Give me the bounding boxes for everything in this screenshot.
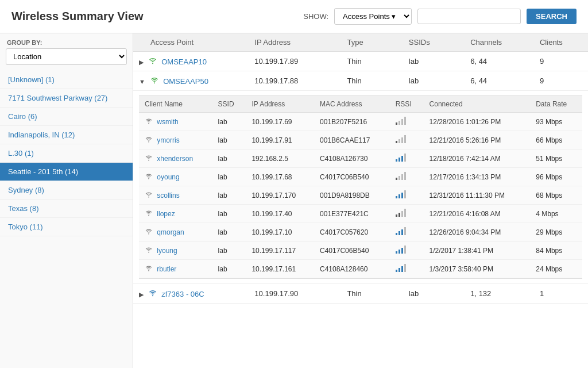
client-rate: 68 Mbps [530,186,582,205]
ssids-cell: lab [403,284,465,304]
sidebar-item-seattle[interactable]: Seattle - 201 5th (14) [0,163,133,181]
client-wifi-icon [145,210,154,218]
table-row: ▶ zf7363 - 06C 10.199.17.90 Thin lab 1, … [133,284,588,304]
client-mac: C4108A126730 [314,150,390,168]
search-button[interactable]: SEARCH [527,9,577,24]
col-header-ip: IP Address [249,33,341,52]
signal-bars-icon [396,154,406,162]
channels-cell: 6, 44 [465,71,534,91]
wifi-icon [148,289,157,298]
type-cell: Thin [341,284,403,304]
ap-cell: ▶ zf7363 - 06C [133,284,249,304]
client-connected: 12/18/2016 7:42:14 AM [424,150,531,168]
svg-point-8 [148,233,149,235]
client-name: qmorgan [139,223,212,241]
wifi-icon [148,56,157,66]
sidebar-item-texas[interactable]: Texas (8) [0,200,133,218]
client-row: qmorgan lab 10.199.17.10 C4017C057620 12… [139,223,582,241]
client-wifi-icon [145,228,154,236]
channels-cell: 1, 132 [465,284,534,304]
ip-cell: 10.199.17.89 [249,52,341,71]
sidebar-item-l30[interactable]: L.30 (1) [0,144,133,163]
client-connected: 12/28/2016 1:01:26 PM [424,113,531,131]
sidebar-item-cairo[interactable]: Cairo (6) [0,108,133,126]
client-name-link[interactable]: qmorgan [157,228,184,236]
sidebar-item-indianapolis[interactable]: Indianapolis, IN (12) [0,126,133,144]
sub-col-connected: Connected [424,96,531,113]
ap-name-link[interactable]: zf7363 - 06C [161,290,204,298]
ip-cell: 10.199.17.88 [249,71,341,91]
ap-name-link[interactable]: OMSEAAP10 [161,57,207,66]
client-wifi-icon [145,265,154,273]
svg-point-3 [148,141,149,143]
group-by-select[interactable]: Location Device SSID [6,48,127,65]
client-name: rbutler [139,260,212,278]
expand-icon[interactable]: ▼ [139,78,145,85]
col-header-ap: Access Point [133,33,249,52]
expand-icon[interactable]: ▶ [139,291,144,298]
col-header-clients: Clients [534,33,588,52]
client-name-link[interactable]: llopez [157,210,175,218]
client-rssi [390,113,424,131]
client-name-link[interactable]: oyoung [157,173,179,181]
client-name-link[interactable]: rbutler [157,265,176,273]
client-rssi [390,241,424,260]
client-row: xhenderson lab 192.168.2.5 C4108A126730 … [139,150,582,168]
expand-icon[interactable]: ▶ [139,59,144,66]
client-rssi [390,260,424,278]
client-name-link[interactable]: lyoung [157,247,177,255]
main-table: Access Point IP Address Type SSIDs Chann… [133,33,588,304]
client-ssid: lab [212,260,246,278]
col-header-type: Type [341,33,403,52]
sidebar-item-southwest[interactable]: 7171 Southwest Parkway (27) [0,89,133,108]
client-rssi [390,223,424,241]
sub-col-ssid: SSID [212,96,246,113]
sub-col-rate: Data Rate [530,96,582,113]
ap-name-link[interactable]: OMSEAAP50 [163,77,208,86]
client-connected: 12/21/2016 4:16:08 AM [424,205,531,223]
client-ip: 10.199.17.170 [246,186,314,205]
wifi-icon [150,76,159,86]
search-input[interactable] [417,9,521,24]
client-mac: C4017C06B540 [314,241,390,260]
client-rssi [390,168,424,186]
client-rssi [390,131,424,150]
client-ssid: lab [212,113,246,131]
sidebar-item-unknown[interactable]: [Unknown] (1) [0,71,133,89]
show-select[interactable]: Access Points ▾ Clients [334,8,412,25]
clients-cell: 9 [534,71,588,91]
group-by-label: GROUP BY: [0,33,133,48]
client-row: lyoung lab 10.199.17.117 C4017C06B540 1/… [139,241,582,260]
client-ip: 10.199.17.69 [246,113,314,131]
clients-cell: 9 [534,52,588,71]
client-rate: 29 Mbps [530,223,582,241]
page-title: Wireless Summary View [11,10,303,23]
sidebar-item-tokyo[interactable]: Tokyo (11) [0,218,133,236]
client-name-link[interactable]: xhenderson [157,155,193,163]
client-ssid: lab [212,150,246,168]
client-mac: 001D9A8198DB [314,186,390,205]
client-ip: 10.199.17.40 [246,205,314,223]
signal-bars-icon [396,264,406,272]
client-row: rbutler lab 10.199.17.161 C4108A128460 1… [139,260,582,278]
signal-bars-icon [396,172,406,180]
client-name-link[interactable]: scollins [157,191,179,200]
col-header-ssids: SSIDs [403,33,465,52]
sub-col-name: Client Name [139,96,212,113]
client-name-link[interactable]: wsmith [157,118,178,126]
client-rate: 84 Mbps [530,241,582,260]
client-wifi-icon [145,118,154,126]
client-name-link[interactable]: ymorris [157,136,179,144]
client-ip: 10.199.17.117 [246,241,314,260]
client-ip: 10.199.17.91 [246,131,314,150]
svg-point-10 [148,270,149,271]
client-row: scollins lab 10.199.17.170 001D9A8198DB … [139,186,582,205]
client-connected: 1/3/2017 3:58:40 PM [424,260,531,278]
client-rate: 4 Mbps [530,205,582,223]
client-row: llopez lab 10.199.17.40 001E377E421C 12/… [139,205,582,223]
client-rssi [390,186,424,205]
client-wifi-icon [145,191,154,200]
sidebar-item-sydney[interactable]: Sydney (8) [0,181,133,200]
client-wifi-icon [145,173,154,181]
client-rate: 51 Mbps [530,150,582,168]
